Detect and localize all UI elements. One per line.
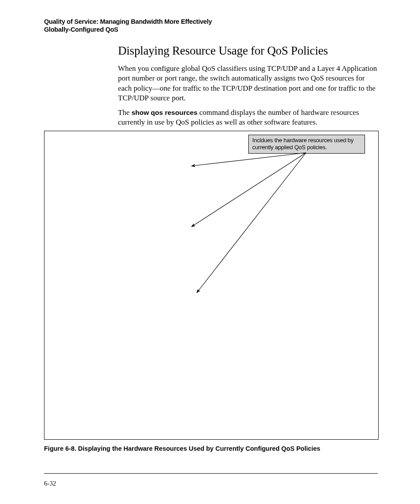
callout-box: Incldues the hardware resources used by … (248, 135, 365, 154)
running-header: Quality of Service: Managing Bandwidth M… (44, 18, 379, 33)
section-heading: Displaying Resource Usage for QoS Polici… (118, 44, 328, 58)
document-page: Quality of Service: Managing Bandwidth M… (0, 0, 420, 504)
paragraph-2: The show qos resources command displays … (118, 108, 378, 128)
paragraph-2-pre: The (118, 108, 132, 117)
page-number: 6-32 (44, 480, 56, 487)
footer-rule (44, 473, 378, 474)
header-line-2: Globally-Configured QoS (44, 26, 379, 33)
figure-caption: Figure 6-8. Displaying the Hardware Reso… (44, 445, 321, 452)
paragraph-1: When you configure global QoS classifier… (118, 64, 378, 103)
command-name: show qos resources (132, 109, 198, 116)
figure-frame (44, 131, 379, 440)
header-line-1: Quality of Service: Managing Bandwidth M… (44, 18, 379, 26)
callout-text: Incldues the hardware resources used by … (252, 137, 354, 151)
